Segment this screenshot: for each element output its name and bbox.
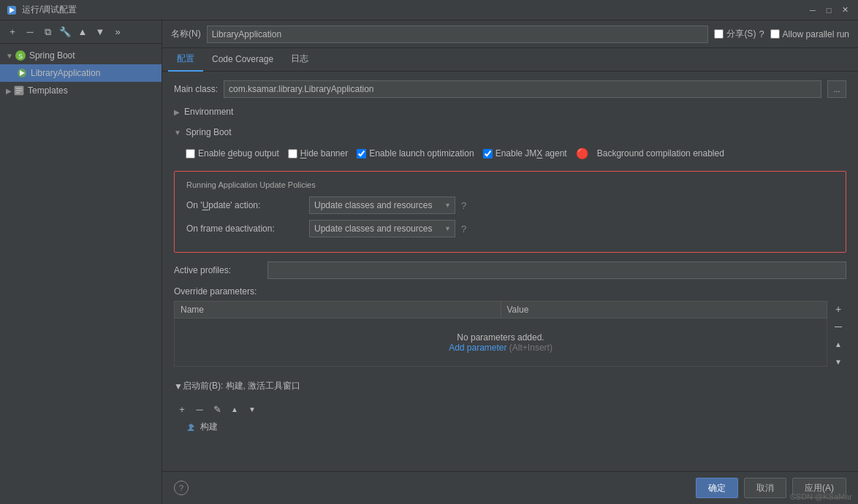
environment-arrow: ▶ [174, 108, 180, 116]
param-up-button[interactable]: ▲ [830, 336, 846, 352]
minimize-button[interactable]: ─ [805, 3, 820, 18]
sidebar-item-libraryapp[interactable]: LibraryApplication [0, 64, 162, 82]
library-app-icon [16, 67, 28, 79]
watermark: CSDN @KSaMar [790, 492, 852, 501]
bl-down-button[interactable]: ▼ [244, 401, 260, 417]
debug-checkbox[interactable] [186, 149, 195, 159]
copy-config-button[interactable]: ⧉ [39, 24, 56, 40]
app-icon [6, 4, 18, 16]
main-class-input[interactable] [224, 80, 821, 98]
add-param-link[interactable]: Add parameter [449, 343, 506, 353]
bl-add-button[interactable]: + [174, 401, 190, 417]
before-launch-header[interactable]: ▼ 启动前(B): 构建, 激活工具窗口 [174, 377, 846, 395]
bl-remove-button[interactable]: ─ [191, 401, 208, 417]
expand-arrow: ▼ [6, 52, 13, 60]
banner-option: Hide banner [288, 148, 348, 159]
policy-update-help-icon[interactable]: ? [461, 200, 466, 211]
help-button[interactable]: ? [174, 481, 189, 495]
bottom-left-area: ? [174, 481, 690, 495]
banner-label[interactable]: Hide banner [300, 148, 348, 159]
param-down-button[interactable]: ▼ [830, 354, 846, 370]
spring-boot-section-header[interactable]: ▼ Spring Boot [174, 124, 846, 140]
move-down-button[interactable]: ▼ [92, 24, 108, 40]
spring-boot-options: Enable debug output Hide banner Enable l… [174, 145, 846, 165]
policy-frame-select[interactable]: Update classes and resources Do nothing … [309, 220, 455, 237]
table-side-buttons: + ─ ▲ ▼ [830, 301, 846, 370]
policy-update-select[interactable]: Update classes and resources Do nothing … [309, 196, 455, 214]
policies-box: Running Application Update Policies On '… [174, 171, 846, 253]
environment-section-header[interactable]: ▶ Environment [174, 104, 846, 120]
parallel-label[interactable]: Allow parallel run [783, 29, 849, 39]
before-launch-toolbar: + ─ ✎ ▲ ▼ [174, 400, 846, 419]
name-bar: 名称(N) 分享(S) ? Allow parallel run [162, 20, 858, 48]
content-area: Main class: ... ▶ Environment ▼ Spring B… [162, 72, 858, 471]
before-launch-section: ▼ 启动前(B): 构建, 激活工具窗口 + ─ ✎ ▲ ▼ 构建 [174, 377, 846, 435]
policy-frame-help-icon[interactable]: ? [461, 224, 466, 234]
tab-logs[interactable]: 日志 [282, 48, 317, 72]
sidebar-item-libraryapp-label: LibraryApplication [31, 68, 156, 78]
sidebar-item-templates-label: Templates [28, 85, 156, 96]
spring-boot-arrow: ▼ [174, 129, 181, 137]
bl-edit-button[interactable]: ✎ [209, 401, 225, 417]
title-bar-text: 运行/调试配置 [22, 4, 805, 16]
share-help-icon[interactable]: ? [759, 28, 764, 39]
sidebar-item-springboot-label: Spring Boot [29, 50, 156, 61]
override-params-label: Override parameters: [174, 286, 846, 297]
params-col-value: Value [501, 302, 827, 318]
build-item: 构建 [180, 419, 846, 435]
jmx-option: Enable JMX agent [483, 148, 567, 159]
launch-option: Enable launch optimization [357, 148, 474, 159]
parallel-option: Allow parallel run [770, 29, 849, 39]
no-params-text: No parameters added. [181, 332, 821, 343]
maximize-button[interactable]: □ [821, 3, 836, 18]
policy-row-update: On 'Update' action: Update classes and r… [186, 196, 834, 214]
sidebar-item-templates[interactable]: ▶ Templates [0, 82, 162, 99]
params-table: Name Value No parameters added. Add para… [174, 301, 827, 367]
templates-icon [13, 85, 25, 96]
share-checkbox[interactable] [714, 29, 724, 39]
build-icon [186, 422, 196, 432]
active-profiles-input[interactable] [267, 261, 846, 279]
add-param-button[interactable]: + [830, 301, 846, 317]
launch-label[interactable]: Enable launch optimization [369, 148, 474, 159]
jmx-label[interactable]: Enable JMX agent [496, 148, 567, 159]
parallel-checkbox[interactable] [770, 29, 780, 39]
override-params-section: Override parameters: Name Value [174, 286, 846, 370]
name-input[interactable] [207, 26, 709, 43]
params-empty-cell: No parameters added. Add parameter (Alt+… [175, 318, 827, 367]
tab-code-coverage[interactable]: Code Coverage [203, 48, 282, 72]
tab-configuration[interactable]: 配置 [168, 48, 203, 72]
sidebar-item-springboot[interactable]: ▼ S Spring Boot [0, 47, 162, 64]
close-button[interactable]: ✕ [838, 3, 852, 18]
before-launch-label: 启动前(B): 构建, 激活工具窗口 [183, 380, 300, 392]
remove-config-button[interactable]: ─ [22, 24, 38, 40]
remove-param-button[interactable]: ─ [830, 318, 846, 335]
active-profiles-label: Active profiles: [174, 265, 262, 275]
params-empty-row: No parameters added. Add parameter (Alt+… [175, 318, 827, 367]
spring-boot-label: Spring Boot [186, 127, 232, 137]
banner-checkbox[interactable] [288, 149, 297, 159]
main-layout: + ─ ⧉ 🔧 ▲ ▼ » ▼ S Spring Boot [0, 20, 858, 504]
debug-label[interactable]: Enable debug output [198, 148, 279, 159]
main-class-label: Main class: [174, 84, 218, 94]
add-param-hint: (Alt+Insert) [509, 343, 553, 353]
move-up-button[interactable]: ▲ [75, 24, 91, 40]
share-label[interactable]: 分享(S) [726, 28, 756, 40]
main-class-browse-button[interactable]: ... [827, 80, 846, 98]
bl-up-button[interactable]: ▲ [227, 401, 243, 417]
policy-frame-select-wrapper: Update classes and resources Do nothing … [309, 220, 455, 237]
confirm-button[interactable]: 确定 [696, 478, 738, 498]
templates-arrow: ▶ [6, 87, 12, 95]
launch-checkbox[interactable] [357, 149, 366, 159]
add-config-button[interactable]: + [4, 24, 20, 40]
main-class-row: Main class: ... [174, 80, 846, 98]
jmx-checkbox[interactable] [483, 149, 493, 159]
policy-frame-label: On frame deactivation: [186, 224, 303, 234]
spring-boot-section: ▼ Spring Boot Enable debug output Hide b… [174, 124, 846, 253]
cancel-button[interactable]: 取消 [744, 478, 786, 498]
sidebar-tree: ▼ S Spring Boot LibraryApplication ▶ [0, 44, 162, 504]
settings-button[interactable]: 🔧 [57, 24, 73, 40]
title-bar: 运行/调试配置 ─ □ ✕ [0, 0, 858, 20]
more-button[interactable]: » [110, 24, 126, 40]
title-bar-controls: ─ □ ✕ [805, 3, 852, 18]
